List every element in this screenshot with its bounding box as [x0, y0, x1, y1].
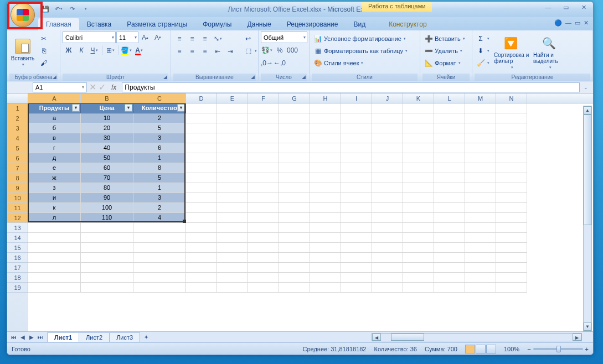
cell[interactable] — [403, 273, 434, 283]
cell[interactable] — [434, 113, 465, 123]
zoom-level[interactable]: 100% — [504, 346, 519, 352]
delete-cells-button[interactable]: ➖Удалить▾ — [422, 45, 470, 56]
cell[interactable]: 20 — [81, 123, 133, 133]
cell[interactable] — [186, 243, 217, 253]
cell[interactable]: 50 — [81, 153, 133, 163]
row-header[interactable]: 15 — [7, 243, 28, 253]
column-header[interactable]: B — [81, 93, 133, 103]
cell[interactable] — [341, 223, 372, 233]
row-header[interactable]: 4 — [7, 133, 28, 143]
cell[interactable] — [372, 283, 403, 293]
cell[interactable] — [403, 233, 434, 243]
cell[interactable]: ж — [28, 173, 81, 183]
cell[interactable] — [81, 233, 133, 243]
cell[interactable] — [496, 263, 527, 273]
cell[interactable]: 8 — [133, 163, 186, 173]
fill-button[interactable]: ⬇▾ — [475, 45, 491, 56]
cell[interactable] — [403, 183, 434, 193]
fx-enter-icon[interactable]: ✓ — [99, 82, 106, 92]
align-top-button[interactable]: ≡ — [173, 33, 185, 44]
cell[interactable] — [372, 233, 403, 243]
cell[interactable] — [248, 153, 279, 163]
row-header[interactable]: 12 — [7, 213, 28, 223]
cell[interactable] — [434, 243, 465, 253]
cell[interactable] — [341, 183, 372, 193]
view-normal-button[interactable] — [465, 345, 475, 353]
cell[interactable] — [248, 123, 279, 133]
cell[interactable] — [217, 123, 248, 133]
cell[interactable] — [186, 163, 217, 173]
cell[interactable]: 2 — [133, 203, 186, 213]
cell[interactable] — [248, 223, 279, 233]
name-box[interactable]: A1▾ — [33, 82, 87, 92]
cell[interactable] — [310, 123, 341, 133]
row-header[interactable]: 17 — [7, 263, 28, 273]
qat-customize-icon[interactable]: ▾ — [80, 4, 90, 14]
cell[interactable]: 1 — [133, 183, 186, 193]
cell[interactable] — [279, 133, 310, 143]
cell[interactable] — [465, 193, 496, 203]
cell[interactable] — [465, 253, 496, 263]
column-header[interactable]: G — [279, 93, 310, 103]
cell[interactable] — [310, 193, 341, 203]
cell[interactable] — [186, 233, 217, 243]
cell[interactable]: 10 — [81, 113, 133, 123]
cell[interactable] — [186, 143, 217, 153]
cell[interactable] — [341, 253, 372, 263]
cell[interactable] — [372, 143, 403, 153]
fx-icon[interactable]: fx — [108, 84, 120, 91]
copy-button[interactable]: ⎘ — [38, 45, 50, 56]
cell[interactable] — [279, 173, 310, 183]
cell[interactable] — [186, 213, 217, 223]
qat-redo-icon[interactable]: ↷ — [67, 4, 77, 14]
cell[interactable] — [310, 173, 341, 183]
underline-button[interactable]: Ч▾ — [88, 44, 100, 56]
cell[interactable] — [372, 123, 403, 133]
cell[interactable]: 60 — [81, 163, 133, 173]
format-cells-button[interactable]: 📐Формат▾ — [422, 57, 470, 69]
help-icon[interactable]: 🔵 — [554, 19, 562, 27]
accounting-format-button[interactable]: 💱▾ — [261, 44, 273, 56]
cell[interactable] — [217, 283, 248, 293]
sheet-nav-prev[interactable]: ◀ — [18, 334, 27, 340]
cell[interactable] — [434, 273, 465, 283]
row-header[interactable]: 11 — [7, 203, 28, 213]
column-header[interactable]: C — [133, 93, 186, 103]
cell[interactable] — [465, 263, 496, 273]
cell[interactable]: 5 — [133, 123, 186, 133]
increase-decimal-button[interactable]: ,0→ — [261, 57, 273, 69]
cell[interactable] — [310, 213, 341, 223]
percent-button[interactable]: % — [274, 44, 286, 56]
shrink-font-button[interactable]: A▾ — [152, 32, 164, 43]
cell[interactable]: и — [28, 193, 81, 203]
cell[interactable] — [248, 163, 279, 173]
cell[interactable]: з — [28, 183, 81, 193]
cell[interactable] — [310, 113, 341, 123]
fx-cancel-icon[interactable]: ✕ — [89, 82, 96, 92]
cell[interactable] — [403, 133, 434, 143]
cell[interactable] — [248, 263, 279, 273]
decrease-decimal-button[interactable]: ←,0 — [274, 57, 286, 69]
cell[interactable] — [341, 173, 372, 183]
cell[interactable] — [28, 253, 81, 263]
cell[interactable] — [279, 103, 310, 113]
cell[interactable] — [217, 233, 248, 243]
zoom-in-button[interactable]: + — [585, 346, 589, 352]
cell[interactable] — [341, 163, 372, 173]
column-header[interactable]: N — [496, 93, 527, 103]
align-right-button[interactable]: ≡ — [199, 45, 211, 57]
cell[interactable] — [465, 273, 496, 283]
cell[interactable] — [310, 103, 341, 113]
cell[interactable] — [341, 123, 372, 133]
cell[interactable] — [372, 273, 403, 283]
cell[interactable]: 100 — [81, 203, 133, 213]
cell[interactable] — [372, 153, 403, 163]
increase-indent-button[interactable]: ⇥ — [224, 45, 236, 57]
column-header[interactable]: F — [248, 93, 279, 103]
cell[interactable] — [217, 113, 248, 123]
cell[interactable] — [372, 173, 403, 183]
cell[interactable] — [341, 193, 372, 203]
cell[interactable] — [403, 113, 434, 123]
cell[interactable] — [186, 173, 217, 183]
cell[interactable]: 70 — [81, 173, 133, 183]
